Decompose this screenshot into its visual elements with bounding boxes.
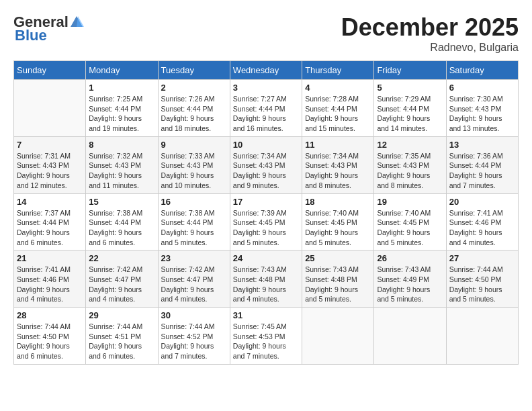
day-number: 14 <box>17 197 83 207</box>
calendar-cell: 14Sunrise: 7:37 AM Sunset: 4:44 PM Dayli… <box>14 193 86 250</box>
day-info: Sunrise: 7:45 AM Sunset: 4:53 PM Dayligh… <box>233 322 299 361</box>
calendar-cell: 1Sunrise: 7:25 AM Sunset: 4:44 PM Daylig… <box>86 80 158 137</box>
day-number: 4 <box>305 83 371 93</box>
svg-marker-1 <box>77 16 84 27</box>
day-info: Sunrise: 7:31 AM Sunset: 4:43 PM Dayligh… <box>17 151 83 191</box>
calendar-cell: 4Sunrise: 7:28 AM Sunset: 4:44 PM Daylig… <box>302 80 374 137</box>
day-info: Sunrise: 7:42 AM Sunset: 4:47 PM Dayligh… <box>89 265 154 304</box>
logo-blue: Blue <box>15 27 47 44</box>
day-number: 8 <box>89 140 154 150</box>
calendar-cell: 13Sunrise: 7:36 AM Sunset: 4:44 PM Dayli… <box>446 136 518 193</box>
day-number: 26 <box>377 253 443 263</box>
day-number: 31 <box>233 310 299 320</box>
day-number: 19 <box>377 197 443 207</box>
calendar-cell <box>446 308 518 365</box>
calendar-header-saturday: Saturday <box>446 61 518 80</box>
day-number: 10 <box>233 140 299 150</box>
day-info: Sunrise: 7:44 AM Sunset: 4:50 PM Dayligh… <box>17 322 83 361</box>
day-number: 7 <box>17 140 83 150</box>
day-info: Sunrise: 7:25 AM Sunset: 4:44 PM Dayligh… <box>89 94 154 134</box>
calendar-week-row: 21Sunrise: 7:41 AM Sunset: 4:46 PM Dayli… <box>14 250 519 308</box>
day-number: 22 <box>89 253 154 263</box>
calendar-cell: 10Sunrise: 7:34 AM Sunset: 4:43 PM Dayli… <box>230 136 302 193</box>
day-info: Sunrise: 7:41 AM Sunset: 4:46 PM Dayligh… <box>449 208 515 248</box>
calendar-cell: 15Sunrise: 7:38 AM Sunset: 4:44 PM Dayli… <box>86 193 158 250</box>
day-info: Sunrise: 7:34 AM Sunset: 4:43 PM Dayligh… <box>233 151 299 191</box>
month-title: December 2025 <box>341 13 519 42</box>
day-info: Sunrise: 7:44 AM Sunset: 4:51 PM Dayligh… <box>89 322 154 361</box>
calendar-cell <box>302 308 374 365</box>
day-info: Sunrise: 7:29 AM Sunset: 4:44 PM Dayligh… <box>377 94 443 134</box>
day-number: 1 <box>89 83 154 93</box>
day-info: Sunrise: 7:34 AM Sunset: 4:43 PM Dayligh… <box>305 151 371 191</box>
day-number: 15 <box>89 197 154 207</box>
calendar-cell: 11Sunrise: 7:34 AM Sunset: 4:43 PM Dayli… <box>302 136 374 193</box>
calendar-table: SundayMondayTuesdayWednesdayThursdayFrid… <box>13 60 519 365</box>
day-info: Sunrise: 7:44 AM Sunset: 4:52 PM Dayligh… <box>161 322 227 361</box>
calendar-cell <box>14 80 86 137</box>
calendar-cell: 9Sunrise: 7:33 AM Sunset: 4:43 PM Daylig… <box>158 136 230 193</box>
day-number: 18 <box>305 197 371 207</box>
calendar-week-row: 7Sunrise: 7:31 AM Sunset: 4:43 PM Daylig… <box>14 136 519 193</box>
calendar-cell: 12Sunrise: 7:35 AM Sunset: 4:43 PM Dayli… <box>374 136 446 193</box>
calendar-header-monday: Monday <box>86 61 158 80</box>
calendar-cell: 26Sunrise: 7:43 AM Sunset: 4:49 PM Dayli… <box>374 250 446 308</box>
day-info: Sunrise: 7:43 AM Sunset: 4:48 PM Dayligh… <box>305 265 371 304</box>
logo-icon <box>69 15 84 30</box>
day-info: Sunrise: 7:41 AM Sunset: 4:46 PM Dayligh… <box>17 265 83 304</box>
calendar-header-thursday: Thursday <box>302 61 374 80</box>
day-number: 27 <box>449 253 515 263</box>
calendar-cell: 31Sunrise: 7:45 AM Sunset: 4:53 PM Dayli… <box>230 308 302 365</box>
day-info: Sunrise: 7:40 AM Sunset: 4:45 PM Dayligh… <box>377 208 443 248</box>
day-info: Sunrise: 7:26 AM Sunset: 4:44 PM Dayligh… <box>161 94 227 134</box>
calendar-cell: 27Sunrise: 7:44 AM Sunset: 4:50 PM Dayli… <box>446 250 518 308</box>
day-number: 21 <box>17 253 83 263</box>
day-number: 2 <box>161 83 227 93</box>
day-info: Sunrise: 7:32 AM Sunset: 4:43 PM Dayligh… <box>89 151 154 191</box>
calendar-cell: 17Sunrise: 7:39 AM Sunset: 4:45 PM Dayli… <box>230 193 302 250</box>
day-info: Sunrise: 7:42 AM Sunset: 4:47 PM Dayligh… <box>161 265 227 304</box>
calendar-week-row: 28Sunrise: 7:44 AM Sunset: 4:50 PM Dayli… <box>14 308 519 365</box>
calendar-cell: 24Sunrise: 7:43 AM Sunset: 4:48 PM Dayli… <box>230 250 302 308</box>
day-info: Sunrise: 7:38 AM Sunset: 4:44 PM Dayligh… <box>161 208 227 248</box>
calendar-cell: 7Sunrise: 7:31 AM Sunset: 4:43 PM Daylig… <box>14 136 86 193</box>
calendar-header-wednesday: Wednesday <box>230 61 302 80</box>
calendar-cell: 20Sunrise: 7:41 AM Sunset: 4:46 PM Dayli… <box>446 193 518 250</box>
calendar-cell: 18Sunrise: 7:40 AM Sunset: 4:45 PM Dayli… <box>302 193 374 250</box>
calendar-cell: 21Sunrise: 7:41 AM Sunset: 4:46 PM Dayli… <box>14 250 86 308</box>
calendar-header-friday: Friday <box>374 61 446 80</box>
calendar-cell <box>374 308 446 365</box>
day-info: Sunrise: 7:35 AM Sunset: 4:43 PM Dayligh… <box>377 151 443 191</box>
calendar-week-row: 14Sunrise: 7:37 AM Sunset: 4:44 PM Dayli… <box>14 193 519 250</box>
day-number: 25 <box>305 253 371 263</box>
day-number: 13 <box>449 140 515 150</box>
calendar-cell: 6Sunrise: 7:30 AM Sunset: 4:43 PM Daylig… <box>446 80 518 137</box>
day-number: 3 <box>233 83 299 93</box>
page-header: General Blue December 2025 Radnevo, Bulg… <box>13 13 519 54</box>
location-title: Radnevo, Bulgaria <box>341 42 519 54</box>
day-number: 5 <box>377 83 443 93</box>
day-info: Sunrise: 7:44 AM Sunset: 4:50 PM Dayligh… <box>449 265 515 304</box>
calendar-cell: 28Sunrise: 7:44 AM Sunset: 4:50 PM Dayli… <box>14 308 86 365</box>
day-info: Sunrise: 7:43 AM Sunset: 4:48 PM Dayligh… <box>233 265 299 304</box>
calendar-cell: 3Sunrise: 7:27 AM Sunset: 4:44 PM Daylig… <box>230 80 302 137</box>
day-number: 20 <box>449 197 515 207</box>
day-info: Sunrise: 7:40 AM Sunset: 4:45 PM Dayligh… <box>305 208 371 248</box>
day-number: 28 <box>17 310 83 320</box>
day-number: 17 <box>233 197 299 207</box>
day-info: Sunrise: 7:43 AM Sunset: 4:49 PM Dayligh… <box>377 265 443 304</box>
calendar-cell: 25Sunrise: 7:43 AM Sunset: 4:48 PM Dayli… <box>302 250 374 308</box>
calendar-cell: 30Sunrise: 7:44 AM Sunset: 4:52 PM Dayli… <box>158 308 230 365</box>
day-number: 16 <box>161 197 227 207</box>
day-info: Sunrise: 7:36 AM Sunset: 4:44 PM Dayligh… <box>449 151 515 191</box>
day-number: 23 <box>161 253 227 263</box>
day-info: Sunrise: 7:37 AM Sunset: 4:44 PM Dayligh… <box>17 208 83 248</box>
day-number: 24 <box>233 253 299 263</box>
day-number: 6 <box>449 83 515 93</box>
calendar-cell: 8Sunrise: 7:32 AM Sunset: 4:43 PM Daylig… <box>86 136 158 193</box>
calendar-header-row: SundayMondayTuesdayWednesdayThursdayFrid… <box>14 61 519 80</box>
calendar-week-row: 1Sunrise: 7:25 AM Sunset: 4:44 PM Daylig… <box>14 80 519 137</box>
day-info: Sunrise: 7:39 AM Sunset: 4:45 PM Dayligh… <box>233 208 299 248</box>
day-number: 29 <box>89 310 154 320</box>
calendar-header-tuesday: Tuesday <box>158 61 230 80</box>
